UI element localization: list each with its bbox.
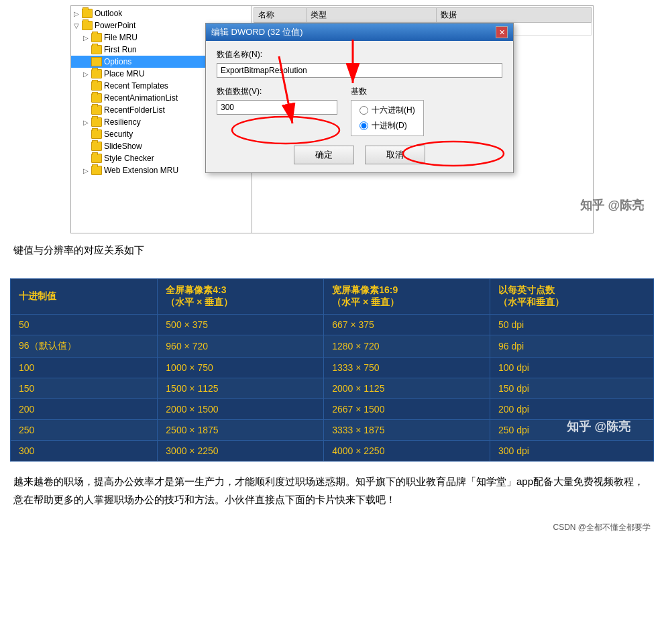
cell-col2: 2500 × 1875 [158, 420, 324, 441]
cell-col3: 2667 × 1500 [324, 399, 490, 420]
source-label: CSDN @全都不懂全都要学 [553, 523, 651, 532]
ok-button[interactable]: 确定 [294, 146, 354, 164]
table-row: 3003000 × 22504000 × 2250300 dpi [11, 441, 654, 462]
intro-section: 键值与分辨率的对应关系如下 [0, 233, 664, 278]
tree-label: SlideShow [104, 142, 142, 151]
folder-icon [91, 154, 102, 163]
tree-label: First Run [104, 45, 137, 54]
dpi-table: 十进制值 全屏幕像素4:3 （水平 × 垂直） 宽屏幕像素16:9 （水平 × … [10, 278, 654, 462]
tree-label: Outlook [95, 9, 122, 18]
cell-col2: 2000 × 1500 [158, 399, 324, 420]
folder-icon [91, 129, 102, 139]
table-section: 十进制值 全屏幕像素4:3 （水平 × 垂直） 宽屏幕像素16:9 （水平 × … [0, 278, 664, 462]
footer-text: 越来越卷的职场，提高办公效率才是第一生产力，才能顺利度过职场迷惑期。知乎旗下的职… [13, 472, 651, 508]
intro-text: 键值与分辨率的对应关系如下 [13, 244, 651, 257]
th-dpi: 以每英寸点数 （水平和垂直） [490, 279, 654, 315]
value-name-input[interactable] [217, 63, 502, 78]
folder-icon [91, 81, 102, 91]
cell-col4: 300 dpi [490, 441, 654, 462]
dialog-title: 编辑 DWORD (32 位值) [211, 26, 303, 38]
tree-label: Security [104, 129, 133, 139]
tree-label: Style Checker [104, 154, 154, 163]
field1-label: 数值名称(N): [217, 49, 502, 60]
cell-col2: 1500 × 1125 [158, 378, 324, 399]
cancel-button[interactable]: 取消 [365, 146, 425, 164]
expand-arrow: ▷ [83, 119, 91, 126]
cell-col4: 50 dpi [490, 315, 654, 335]
th-widescreen: 宽屏幕像素16:9 （水平 × 垂直） [324, 279, 490, 315]
folder-icon [91, 57, 102, 66]
expand-arrow: ▷ [83, 34, 91, 42]
cell-col1: 50 [11, 315, 158, 335]
tree-label: PowerPoint [95, 21, 135, 30]
cell-col3: 667 × 375 [324, 315, 490, 335]
cell-col2: 960 × 720 [158, 335, 324, 358]
table-header-row: 十进制值 全屏幕像素4:3 （水平 × 垂直） 宽屏幕像素16:9 （水平 × … [11, 279, 654, 315]
dec-radio-input[interactable] [359, 121, 368, 130]
tree-label: RecentFolderList [104, 105, 165, 115]
value-data-input[interactable] [217, 100, 337, 115]
cell-col4: 250 dpi [490, 420, 654, 441]
expand-arrow: ▷ [83, 70, 91, 78]
close-icon: ✕ [499, 28, 505, 37]
cell-col1: 100 [11, 358, 158, 378]
tree-label: Options [104, 57, 131, 66]
base-radio-group: 十六进制(H) 十进制(D) [351, 100, 424, 136]
registry-container: ▷ Outlook ▽ PowerPoint ▷ File MRU First … [70, 5, 594, 233]
table-row: 50500 × 375667 × 37550 dpi [11, 315, 654, 335]
cell-col4: 96 dpi [490, 335, 654, 358]
folder-icon [82, 21, 93, 30]
cell-col3: 3333 × 1875 [324, 420, 490, 441]
table-row: 1501500 × 11252000 × 1125150 dpi [11, 378, 654, 399]
tree-item-outlook[interactable]: ▷ Outlook [71, 7, 252, 19]
tree-label: Web Extension MRU [104, 166, 178, 175]
dialog-titlebar: 编辑 DWORD (32 位值) ✕ [206, 23, 513, 41]
cell-col2: 3000 × 2250 [158, 441, 324, 462]
folder-icon [91, 69, 102, 78]
expand-arrow: ▷ [83, 167, 91, 174]
folder-icon [91, 117, 102, 127]
dec-radio-label: 十进制(D) [372, 120, 407, 131]
tree-label: RecentAnimationList [104, 93, 178, 103]
folder-icon [91, 105, 102, 115]
screenshot-area: ▷ Outlook ▽ PowerPoint ▷ File MRU First … [0, 0, 664, 233]
cell-col1: 250 [11, 420, 158, 441]
folder-icon [91, 45, 102, 54]
col-header-type: 类型 [306, 8, 436, 23]
field2-label: 数值数据(V): [217, 86, 337, 97]
hex-radio[interactable]: 十六进制(H) [359, 105, 415, 116]
base-label: 基数 [351, 86, 424, 97]
edit-dword-dialog: 编辑 DWORD (32 位值) ✕ 数值名称(N): 数值数据(V): 基数 [205, 23, 514, 173]
table-row: 1001000 × 7501333 × 750100 dpi [11, 358, 654, 378]
cell-col3: 2000 × 1125 [324, 378, 490, 399]
folder-icon [91, 166, 102, 175]
cell-col4: 200 dpi [490, 399, 654, 420]
cell-col1: 96（默认值） [11, 335, 158, 358]
cell-col2: 1000 × 750 [158, 358, 324, 378]
dialog-buttons: 确定 取消 [217, 146, 502, 164]
dec-radio[interactable]: 十进制(D) [359, 120, 415, 131]
folder-icon [82, 9, 93, 18]
cell-col2: 500 × 375 [158, 315, 324, 335]
col-header-data: 数据 [437, 8, 592, 23]
hex-radio-label: 十六进制(H) [372, 105, 415, 116]
tree-label: Recent Templates [104, 81, 168, 91]
col-header-name: 名称 [254, 8, 307, 23]
dialog-body: 数值名称(N): 数值数据(V): 基数 十六进制(H) [206, 41, 513, 172]
cell-col4: 150 dpi [490, 378, 654, 399]
th-fullscreen: 全屏幕像素4:3 （水平 × 垂直） [158, 279, 324, 315]
table-row: 2002000 × 15002667 × 1500200 dpi [11, 399, 654, 420]
cell-col3: 1280 × 720 [324, 335, 490, 358]
tree-label: Resiliency [104, 117, 141, 127]
expand-arrow: ▽ [74, 22, 82, 30]
dialog-close-button[interactable]: ✕ [496, 26, 508, 38]
cell-col4: 100 dpi [490, 358, 654, 378]
hex-radio-input[interactable] [359, 106, 368, 115]
tree-label: Place MRU [104, 69, 145, 78]
footer-section: 越来越卷的职场，提高办公效率才是第一生产力，才能顺利度过职场迷惑期。知乎旗下的职… [0, 462, 664, 519]
tree-label: File MRU [104, 33, 137, 42]
top-watermark: 知乎 @陈亮 [580, 197, 644, 213]
footer-source: CSDN @全都不懂全都要学 [0, 519, 664, 536]
cell-col1: 300 [11, 441, 158, 462]
cell-col3: 4000 × 2250 [324, 441, 490, 462]
